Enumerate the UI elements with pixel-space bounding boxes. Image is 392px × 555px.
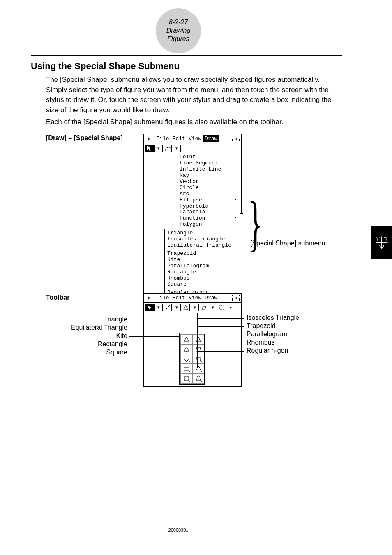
svg-point-18 — [201, 381, 202, 382]
menu-item[interactable]: Line Segment — [180, 160, 238, 166]
callout-rectangle: Rectangle — [98, 340, 127, 348]
line-tool-icon[interactable] — [164, 145, 172, 152]
palette-trapezoid-icon[interactable] — [192, 344, 204, 354]
menu-item[interactable]: Triangle — [167, 230, 235, 236]
menu-item[interactable]: Equilateral Triangle — [167, 243, 235, 249]
select-tool-icon[interactable] — [145, 304, 154, 311]
footer-date: 20060301 — [0, 527, 357, 532]
draw-menu-main: Point Line Segment Infinite Line Ray Vec… — [177, 153, 241, 229]
menu-item[interactable]: Hyperbola — [180, 204, 238, 210]
svg-rect-0 — [220, 305, 224, 310]
palette-rhombus-icon[interactable] — [192, 364, 204, 374]
work-area: n — [144, 312, 241, 386]
menu-file[interactable]: File — [154, 294, 171, 301]
palette-regular-ngon-icon[interactable]: n — [192, 374, 204, 384]
polygon-tool-icon[interactable] — [200, 304, 208, 311]
palette-triangle-icon[interactable] — [180, 334, 192, 344]
triangle-tool-icon[interactable] — [182, 304, 190, 311]
menu-item[interactable]: Isosceles Triangle — [167, 236, 235, 243]
menu-item[interactable]: Square — [167, 282, 235, 288]
menu-item-function[interactable]: Function — [180, 215, 238, 222]
paragraph-2: Each of the [Special Shape] submenu figu… — [46, 117, 338, 127]
callout-line — [197, 318, 244, 319]
dropdown-icon[interactable]: ▾ — [154, 304, 163, 311]
callout-line — [129, 328, 179, 328]
menu-item[interactable]: Arc — [180, 191, 238, 197]
palette-kite-icon[interactable] — [180, 354, 192, 364]
menu-edit[interactable]: Edit — [171, 135, 187, 142]
callout-line — [129, 320, 179, 320]
menu-draw[interactable]: Draw — [203, 294, 219, 301]
menu-item[interactable]: Rectangle — [167, 269, 235, 275]
menu-list-1: Point Line Segment Infinite Line Ray Vec… — [177, 153, 241, 229]
palette-rectangle-icon[interactable] — [180, 364, 192, 374]
menu-item[interactable]: Polygon — [180, 222, 238, 228]
menu-item-ellipse[interactable]: Ellipse — [180, 197, 238, 204]
menu-item[interactable]: Point — [180, 154, 238, 160]
page-title: Using the Special Shape Submenu — [31, 61, 180, 72]
title-rule — [31, 56, 342, 56]
svg-point-16 — [189, 381, 190, 382]
menu-view[interactable]: View — [187, 294, 203, 301]
calc-screenshot-toolbar: ❖ File Edit View Draw ✕ ▾ ▾ ▾ ▾ ▸ — [143, 293, 242, 387]
callout-regular-ngon: Regular n-gon — [247, 347, 288, 354]
app-icon[interactable]: ❖ — [145, 294, 152, 302]
menu-item[interactable]: Parabola — [180, 209, 238, 215]
callout-triangle: Triangle — [104, 316, 127, 323]
line-tool-icon[interactable] — [164, 304, 172, 311]
svg-line-6 — [187, 349, 188, 349]
menu-draw[interactable]: Draw — [203, 135, 219, 142]
callout-line — [197, 326, 244, 327]
select-tool-icon[interactable] — [145, 145, 154, 152]
guide-line — [197, 313, 198, 367]
menu-edit[interactable]: Edit — [171, 294, 187, 301]
menu-item[interactable]: Parallelogram — [167, 263, 235, 269]
menu-item[interactable]: Trapezoid — [167, 251, 235, 257]
svg-point-9 — [201, 352, 202, 352]
label-draw-special-shape: [Draw] – [Special Shape] — [46, 134, 123, 142]
chapter-tab — [371, 226, 392, 259]
svg-point-10 — [189, 361, 190, 362]
toolbar-row: ▾ ▾ ▾ ▾ ▸ — [144, 303, 241, 312]
svg-point-1 — [189, 342, 190, 342]
menubar: ❖ File Edit View Draw ✕ — [144, 134, 241, 143]
menu-file[interactable]: File — [154, 135, 171, 142]
section-name: Drawing Figures — [156, 27, 201, 44]
dropdown-icon[interactable]: ▾ — [209, 304, 217, 311]
palette-parallelogram-icon[interactable] — [192, 354, 204, 364]
menu-item[interactable]: Rhombus — [167, 275, 235, 282]
toolbar-figure: ❖ File Edit View Draw ✕ ▾ ▾ ▾ ▾ ▸ — [74, 293, 325, 375]
close-icon[interactable]: ✕ — [232, 136, 240, 142]
scrollbar[interactable] — [240, 213, 243, 298]
svg-point-14 — [201, 371, 202, 372]
menu-item[interactable]: Circle — [180, 185, 238, 191]
menu-view[interactable]: View — [187, 135, 203, 142]
paragraph-1: The [Special Shape] submenu allows you t… — [46, 75, 338, 116]
palette-square-icon[interactable] — [180, 374, 192, 384]
dropdown-icon[interactable]: ▾ — [191, 304, 199, 311]
grid-icon[interactable] — [218, 304, 226, 311]
menu-item[interactable]: Kite — [167, 257, 235, 263]
submenu-label: [Special Shape] submenu — [250, 240, 325, 247]
callout-equilateral-triangle: Equilateral Triangle — [71, 324, 127, 331]
svg-rect-15 — [184, 377, 189, 381]
menu-item[interactable]: Vector — [180, 179, 238, 185]
dropdown-icon[interactable]: ▾ — [173, 145, 181, 152]
arrow-right-icon[interactable]: ▸ — [227, 304, 235, 311]
close-icon[interactable]: ✕ — [232, 295, 240, 301]
callout-kite: Kite — [116, 332, 127, 340]
menu-item[interactable]: Ray — [180, 173, 238, 179]
callout-trapezoid: Trapezoid — [247, 322, 276, 330]
callout-square: Square — [106, 349, 127, 356]
guide-line — [240, 313, 240, 375]
shape-palette: n — [179, 333, 205, 385]
dropdown-icon[interactable]: ▾ — [154, 145, 163, 152]
svg-point-8 — [189, 352, 190, 352]
menu-item[interactable]: Infinite Line — [180, 166, 238, 173]
page-number: 8-2-27 — [169, 18, 188, 27]
toolbar-row: ▾ ▾ — [144, 143, 241, 153]
svg-point-11 — [201, 361, 202, 362]
dropdown-icon[interactable]: ▾ — [173, 304, 181, 311]
app-icon[interactable]: ❖ — [145, 135, 152, 143]
svg-text:n: n — [198, 377, 199, 380]
